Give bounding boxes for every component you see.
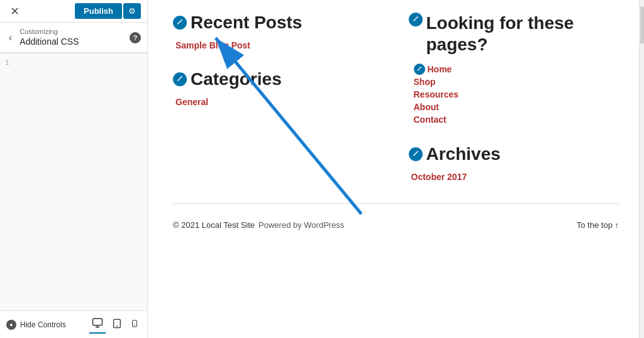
view-mode-controls (89, 316, 141, 334)
footer-powered: Powered by WordPress (258, 220, 344, 230)
nav-links-list: Home Shop Resources About Contact (414, 64, 619, 125)
nav-link-about[interactable]: About (414, 102, 439, 112)
footer-left: © 2021 Local Test Site Powered by WordPr… (173, 220, 344, 230)
archives-title: Archives (409, 144, 619, 164)
mobile-view-button[interactable] (128, 317, 141, 333)
widget-col-left: Recent Posts Sample Blog Post Categories… (173, 13, 384, 184)
footer-to-top[interactable]: To the top ↑ (577, 220, 619, 230)
customizing-label: Customizing (19, 28, 79, 36)
scrollbar[interactable] (639, 0, 644, 338)
nav-link-home[interactable]: Home (428, 64, 452, 74)
nav-link-item-1: Shop (414, 76, 619, 87)
categories-title: Categories (173, 69, 384, 89)
footer-bar: © 2021 Local Test Site Powered by WordPr… (173, 210, 619, 240)
tablet-view-button[interactable] (109, 317, 125, 333)
close-button[interactable]: ✕ (6, 4, 23, 18)
recent-post-link-1[interactable]: Sample Blog Post (175, 40, 384, 50)
publish-button[interactable]: Publish (75, 3, 122, 19)
nav-link-item-4: Contact (414, 114, 619, 125)
looking-edit-icon[interactable] (409, 13, 423, 26)
looking-title: Looking for these pages? (409, 13, 619, 55)
nav-link-contact[interactable]: Contact (414, 115, 447, 125)
settings-gear-button[interactable]: ⚙ (123, 3, 141, 19)
nav-edit-icon[interactable] (414, 64, 425, 75)
archives-widget: Archives October 2017 (409, 144, 619, 182)
archives-heading: Archives (426, 144, 501, 164)
recent-posts-widget: Recent Posts Sample Blog Post (173, 13, 384, 50)
footer-divider (173, 203, 619, 204)
bottom-bar: ● Hide Controls (0, 310, 147, 338)
page-content: Recent Posts Sample Blog Post Categories… (148, 0, 644, 240)
css-input[interactable] (0, 54, 147, 310)
widget-col-right: Looking for these pages? Home Shop Resou… (409, 13, 619, 184)
categories-heading: Categories (191, 69, 282, 89)
category-link-1[interactable]: General (175, 97, 384, 107)
nav-link-shop[interactable]: Shop (414, 77, 436, 87)
hide-controls-label: Hide Controls (20, 320, 66, 329)
nav-link-item-0: Home (414, 64, 619, 75)
back-row: ‹ Customizing Additional CSS ? (0, 23, 147, 53)
back-button[interactable]: ‹ (6, 31, 14, 45)
customizing-info: Customizing Additional CSS (19, 28, 79, 47)
widgets-row: Recent Posts Sample Blog Post Categories… (173, 13, 619, 184)
help-icon[interactable]: ? (130, 32, 141, 43)
customizer-panel: ✕ Publish ⚙ ‹ Customizing Additional CSS… (0, 0, 148, 338)
publish-area: Publish ⚙ (75, 3, 141, 19)
scrollbar-thumb (640, 6, 644, 44)
preview-area: Recent Posts Sample Blog Post Categories… (148, 0, 644, 338)
desktop-view-button[interactable] (89, 316, 106, 334)
categories-widget: Categories General (173, 69, 384, 107)
nav-link-item-2: Resources (414, 89, 619, 100)
archive-link-1[interactable]: October 2017 (411, 172, 619, 182)
topbar: ✕ Publish ⚙ (0, 0, 147, 23)
recent-posts-heading: Recent Posts (191, 13, 302, 33)
hide-controls-button[interactable]: ● Hide Controls (6, 320, 66, 330)
nav-link-item-3: About (414, 101, 619, 113)
customizing-title: Additional CSS (19, 37, 79, 47)
looking-heading: Looking for these pages? (426, 13, 619, 55)
archives-edit-icon[interactable] (409, 147, 423, 161)
footer-copyright: © 2021 Local Test Site (173, 220, 255, 230)
css-editor-area: 1 (0, 53, 147, 310)
looking-widget: Looking for these pages? Home Shop Resou… (409, 13, 619, 125)
recent-posts-edit-icon[interactable] (173, 16, 187, 30)
nav-link-resources[interactable]: Resources (414, 89, 459, 99)
svg-rect-5 (133, 320, 137, 327)
svg-rect-0 (93, 318, 103, 325)
recent-posts-title: Recent Posts (173, 13, 384, 33)
categories-edit-icon[interactable] (173, 72, 187, 86)
line-number: 1 (5, 59, 9, 67)
hide-controls-icon: ● (6, 320, 16, 330)
